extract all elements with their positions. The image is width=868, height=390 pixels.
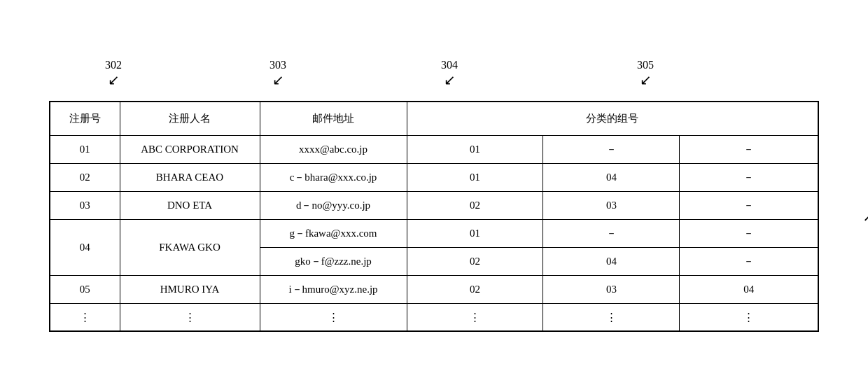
cell-reg-num: 04	[50, 219, 120, 275]
cell-group3: 04	[680, 275, 818, 303]
cell-ellipsis: ⋮	[50, 303, 120, 331]
table-row: 02 BHARA CEAO c－bhara@xxx.co.jp 01 04 －	[50, 163, 818, 191]
cell-reg-num: 02	[50, 163, 120, 191]
cell-ellipsis: ⋮	[260, 303, 407, 331]
cell-name: DNO ETA	[120, 191, 260, 219]
header-group: 分类的组号	[407, 102, 818, 136]
cell-group2: －	[543, 135, 680, 163]
header-email: 邮件地址	[260, 102, 407, 136]
cell-group3: －	[680, 219, 818, 247]
cell-ellipsis: ⋮	[120, 303, 260, 331]
table-row-ellipsis: ⋮ ⋮ ⋮ ⋮ ⋮ ⋮	[50, 303, 818, 331]
cell-name: FKAWA GKO	[120, 219, 260, 275]
cell-ellipsis: ⋮	[543, 303, 680, 331]
annotation-304: 304 ↙	[441, 59, 458, 87]
cell-group1: 02	[407, 191, 543, 219]
annotations-top: 302 ↙ 303 ↙ 304 ↙ 305 ↙	[49, 59, 819, 101]
cell-ellipsis: ⋮	[680, 303, 818, 331]
cell-email: d－no@yyy.co.jp	[260, 191, 407, 219]
cell-group2: 04	[543, 247, 680, 275]
cell-name: HMURO IYA	[120, 275, 260, 303]
cell-group3: －	[680, 191, 818, 219]
table-row: 05 HMURO IYA i－hmuro@xyz.ne.jp 02 03 04	[50, 275, 818, 303]
header-reg-name: 注册人名	[120, 102, 260, 136]
cell-reg-num: 03	[50, 191, 120, 219]
table-container: 注册号 注册人名 邮件地址 分类的组号 01 ABC CORPORATION x…	[49, 101, 819, 332]
cell-ellipsis: ⋮	[407, 303, 543, 331]
cell-group1: 01	[407, 135, 543, 163]
cell-email: i－hmuro@xyz.ne.jp	[260, 275, 407, 303]
table-row: 03 DNO ETA d－no@yyy.co.jp 02 03 －	[50, 191, 818, 219]
cell-group2: 04	[543, 163, 680, 191]
main-table: 注册号 注册人名 邮件地址 分类的组号 01 ABC CORPORATION x…	[49, 101, 819, 332]
cell-group3: －	[680, 247, 818, 275]
annotation-303: 303 ↙	[270, 59, 286, 87]
cell-group3: －	[680, 163, 818, 191]
cell-name: BHARA CEAO	[120, 163, 260, 191]
cell-reg-num: 05	[50, 275, 120, 303]
header-reg-num: 注册号	[50, 102, 120, 136]
page-wrapper: 302 ↙ 303 ↙ 304 ↙ 305 ↙ 注册号 注册人名 邮件地址 分类…	[49, 59, 819, 332]
table-row: 01 ABC CORPORATION xxxx@abc.co.jp 01 － －	[50, 135, 818, 163]
cell-group1: 01	[407, 163, 543, 191]
annotation-301: ↗ 301	[862, 207, 868, 225]
annotation-302: 302 ↙	[105, 59, 122, 87]
annotation-305: 305 ↙	[637, 59, 654, 87]
cell-email: gko－f@zzz.ne.jp	[260, 247, 407, 275]
cell-group2: 03	[543, 275, 680, 303]
cell-group2: 03	[543, 191, 680, 219]
table-row: 04 FKAWA GKO g－fkawa@xxx.com 01 － －	[50, 219, 818, 247]
header-row: 注册号 注册人名 邮件地址 分类的组号	[50, 102, 818, 136]
cell-reg-num: 01	[50, 135, 120, 163]
cell-group2: －	[543, 219, 680, 247]
cell-name: ABC CORPORATION	[120, 135, 260, 163]
cell-email: g－fkawa@xxx.com	[260, 219, 407, 247]
cell-email: c－bhara@xxx.co.jp	[260, 163, 407, 191]
cell-group1: 02	[407, 275, 543, 303]
cell-group1: 02	[407, 247, 543, 275]
cell-email: xxxx@abc.co.jp	[260, 135, 407, 163]
cell-group3: －	[680, 135, 818, 163]
cell-group1: 01	[407, 219, 543, 247]
